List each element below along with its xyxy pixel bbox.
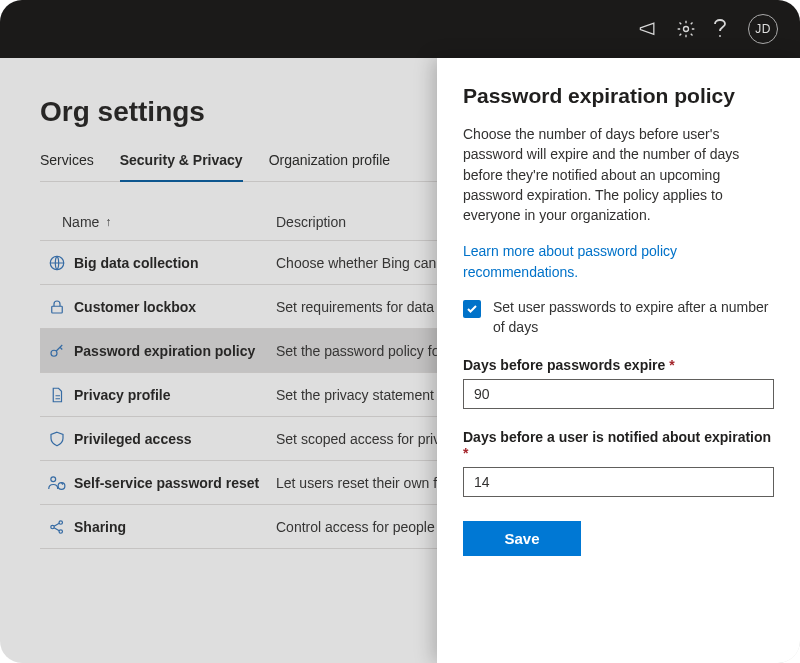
column-name-label: Name xyxy=(62,214,99,230)
row-name: Privacy profile xyxy=(74,387,276,403)
column-name-header[interactable]: Name ↑ xyxy=(62,214,276,230)
megaphone-icon[interactable] xyxy=(637,20,658,39)
svg-point-7 xyxy=(51,525,54,528)
shield-icon xyxy=(40,430,74,448)
tab-organization-profile[interactable]: Organization profile xyxy=(269,152,390,181)
days-expire-input[interactable] xyxy=(463,379,774,409)
panel-description: Choose the number of days before user's … xyxy=(463,124,774,225)
row-name: Big data collection xyxy=(74,255,276,271)
svg-point-8 xyxy=(59,520,62,523)
save-button[interactable]: Save xyxy=(463,521,581,556)
key-icon xyxy=(40,342,74,360)
svg-rect-3 xyxy=(52,306,63,313)
row-name: Privileged access xyxy=(74,431,276,447)
svg-point-5 xyxy=(51,476,56,481)
gear-icon[interactable] xyxy=(676,19,696,39)
settings-panel: Password expiration policy Choose the nu… xyxy=(437,58,800,663)
days-expire-label: Days before passwords expire * xyxy=(463,357,774,373)
help-icon[interactable] xyxy=(714,19,726,39)
days-notify-input[interactable] xyxy=(463,467,774,497)
lock-icon xyxy=(40,298,74,316)
svg-point-0 xyxy=(684,27,689,32)
tab-services[interactable]: Services xyxy=(40,152,94,181)
file-icon xyxy=(40,386,74,404)
days-notify-label: Days before a user is notified about exp… xyxy=(463,429,774,461)
globe-icon xyxy=(40,254,74,272)
expire-checkbox[interactable] xyxy=(463,300,481,318)
topbar: JD xyxy=(0,0,800,58)
svg-point-4 xyxy=(51,350,57,356)
svg-point-1 xyxy=(719,35,721,37)
row-name: Password expiration policy xyxy=(74,343,276,359)
row-name: Customer lockbox xyxy=(74,299,276,315)
panel-title: Password expiration policy xyxy=(463,84,774,108)
row-name: Sharing xyxy=(74,519,276,535)
learn-more-link[interactable]: Learn more about password policy recomme… xyxy=(463,241,774,282)
person-reset-icon xyxy=(40,474,74,492)
avatar[interactable]: JD xyxy=(748,14,778,44)
row-name: Self-service password reset xyxy=(74,475,276,491)
expire-checkbox-row: Set user passwords to expire after a num… xyxy=(463,298,774,337)
svg-point-9 xyxy=(59,529,62,532)
sort-ascending-icon: ↑ xyxy=(105,215,111,229)
share-icon xyxy=(40,518,74,536)
expire-checkbox-label: Set user passwords to expire after a num… xyxy=(493,298,774,337)
tab-security-privacy[interactable]: Security & Privacy xyxy=(120,152,243,182)
